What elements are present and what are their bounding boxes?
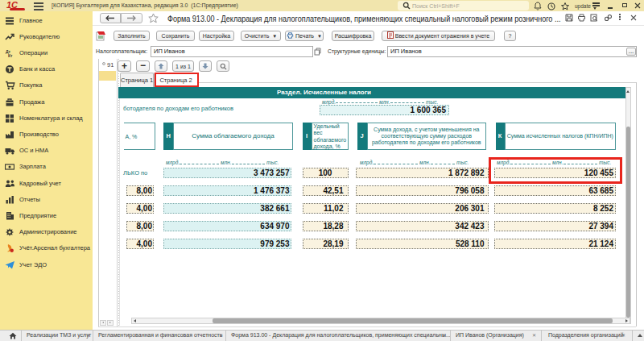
svg-text:Кт: Кт <box>8 53 13 58</box>
